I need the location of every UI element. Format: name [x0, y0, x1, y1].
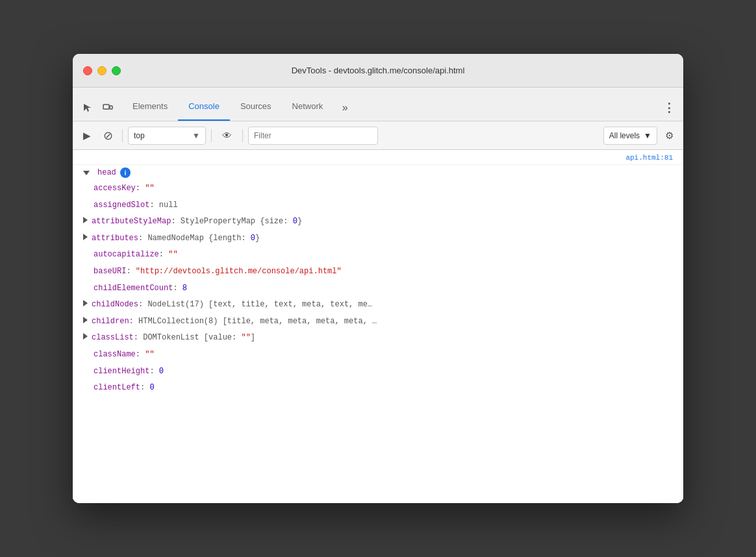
devtools-window: DevTools - devtools.glitch.me/console/ap… — [73, 54, 683, 503]
head-object-line: head i — [73, 165, 683, 180]
prop-attributeStyleMap: attributeStyleMap : StylePropertyMap {si… — [73, 214, 683, 230]
clear-console-button[interactable]: ⊘ — [99, 127, 117, 145]
toolbar-divider — [122, 129, 123, 142]
context-selector[interactable]: top ▼ — [128, 127, 206, 145]
svg-rect-1 — [110, 106, 112, 109]
device-toolbar-icon[interactable] — [99, 99, 117, 117]
more-tabs-button[interactable]: » — [336, 99, 354, 117]
tab-console[interactable]: Console — [178, 92, 230, 121]
devtools-panel: Elements Console Sources Network » ⋮ — [73, 88, 683, 503]
source-link[interactable]: api.html:81 — [73, 150, 683, 165]
prop-attributes: attributes : NamedNodeMap {length: 0 } — [73, 230, 683, 247]
prop-clientLeft: clientLeft : 0 — [73, 380, 683, 397]
toolbar-divider-3 — [242, 129, 243, 142]
expand-attributes-icon[interactable] — [83, 234, 88, 240]
prop-accessKey: accessKey : "" — [73, 180, 683, 197]
filter-input[interactable] — [248, 127, 378, 145]
prop-classList: classList : DOMTokenList [value: "" ] — [73, 330, 683, 347]
prop-clientHeight: clientHeight : 0 — [73, 364, 683, 380]
tabs-bar: Elements Console Sources Network » ⋮ — [73, 88, 683, 121]
console-output: api.html:81 head i accessKey : "" assign… — [73, 150, 683, 503]
window-title: DevTools - devtools.glitch.me/console/ap… — [292, 66, 465, 75]
tabs-right-actions: ⋮ — [660, 99, 678, 117]
expand-attributeStyleMap-icon[interactable] — [83, 217, 88, 223]
close-button[interactable] — [83, 66, 92, 75]
toolbar-divider-2 — [211, 129, 212, 142]
expand-children-icon[interactable] — [83, 317, 88, 323]
prop-children: children : HTMLCollection(8) [title, met… — [73, 314, 683, 330]
context-arrow-icon: ▼ — [192, 131, 200, 140]
svg-rect-0 — [103, 105, 109, 109]
minimize-button[interactable] — [97, 66, 107, 75]
expand-childNodes-icon[interactable] — [83, 300, 88, 306]
tab-sources[interactable]: Sources — [230, 92, 282, 121]
select-element-icon[interactable] — [78, 99, 96, 117]
tabs-left-icons — [78, 99, 117, 117]
more-options-icon[interactable]: ⋮ — [660, 99, 678, 117]
expand-classList-icon[interactable] — [83, 333, 88, 340]
tab-network[interactable]: Network — [282, 92, 334, 121]
tab-elements[interactable]: Elements — [122, 92, 178, 121]
prop-className: className : "" — [73, 347, 683, 364]
prop-assignedSlot: assignedSlot : null — [73, 197, 683, 214]
maximize-button[interactable] — [112, 66, 121, 75]
settings-icon[interactable]: ⚙ — [660, 127, 678, 145]
traffic-lights — [83, 66, 121, 75]
title-bar: DevTools - devtools.glitch.me/console/ap… — [73, 54, 683, 88]
prop-childElementCount: childElementCount : 8 — [73, 280, 683, 297]
log-level-selector[interactable]: All levels ▼ — [603, 127, 657, 145]
expand-head-icon[interactable] — [83, 171, 90, 175]
run-script-button[interactable]: ▶ — [78, 127, 96, 145]
console-toolbar: ▶ ⊘ top ▼ 👁 All levels ▼ ⚙ — [73, 121, 683, 150]
live-expressions-icon[interactable]: 👁 — [217, 127, 237, 143]
prop-autocapitalize: autocapitalize : "" — [73, 247, 683, 264]
prop-baseURI: baseURI : "http://devtools.glitch.me/con… — [73, 264, 683, 280]
info-badge[interactable]: i — [120, 167, 131, 178]
log-level-arrow-icon: ▼ — [644, 131, 651, 140]
prop-childNodes: childNodes : NodeList(17) [text, title, … — [73, 297, 683, 314]
